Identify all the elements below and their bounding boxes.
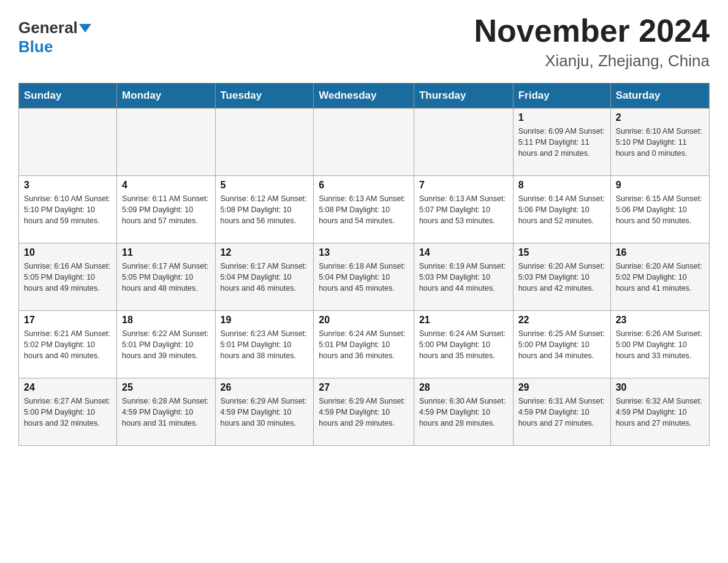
day-number: 14 bbox=[419, 247, 508, 258]
header: General Blue November 2024 Xianju, Zheji… bbox=[18, 12, 710, 71]
day-number: 1 bbox=[518, 112, 605, 123]
calendar-cell: 30Sunrise: 6:32 AM Sunset: 4:59 PM Dayli… bbox=[610, 378, 709, 446]
calendar-cell: 9Sunrise: 6:15 AM Sunset: 5:06 PM Daylig… bbox=[610, 176, 709, 243]
day-number: 6 bbox=[319, 180, 409, 191]
calendar-cell: 18Sunrise: 6:22 AM Sunset: 5:01 PM Dayli… bbox=[117, 311, 215, 378]
calendar-cell: 17Sunrise: 6:21 AM Sunset: 5:02 PM Dayli… bbox=[19, 311, 117, 378]
day-number: 27 bbox=[319, 382, 409, 393]
day-info: Sunrise: 6:14 AM Sunset: 5:06 PM Dayligh… bbox=[518, 193, 605, 226]
day-number: 30 bbox=[616, 382, 704, 393]
logo-blue-text: Blue bbox=[18, 37, 53, 56]
day-info: Sunrise: 6:30 AM Sunset: 4:59 PM Dayligh… bbox=[419, 396, 508, 429]
weekday-header-monday: Monday bbox=[117, 83, 215, 109]
day-number: 26 bbox=[221, 382, 309, 393]
day-number: 7 bbox=[419, 180, 508, 191]
logo-general-text: General bbox=[18, 18, 78, 37]
calendar-cell: 8Sunrise: 6:14 AM Sunset: 5:06 PM Daylig… bbox=[513, 176, 610, 243]
day-info: Sunrise: 6:29 AM Sunset: 4:59 PM Dayligh… bbox=[221, 396, 309, 429]
day-info: Sunrise: 6:13 AM Sunset: 5:08 PM Dayligh… bbox=[319, 193, 409, 226]
calendar-cell: 14Sunrise: 6:19 AM Sunset: 5:03 PM Dayli… bbox=[414, 243, 513, 311]
day-number: 11 bbox=[122, 247, 210, 258]
location-subtitle: Xianju, Zhejiang, China bbox=[474, 52, 710, 71]
calendar-cell: 2Sunrise: 6:10 AM Sunset: 5:10 PM Daylig… bbox=[610, 109, 709, 176]
day-number: 16 bbox=[616, 247, 704, 258]
calendar-cell: 20Sunrise: 6:24 AM Sunset: 5:01 PM Dayli… bbox=[314, 311, 414, 378]
weekday-header-saturday: Saturday bbox=[610, 83, 709, 109]
calendar-cell: 4Sunrise: 6:11 AM Sunset: 5:09 PM Daylig… bbox=[117, 176, 215, 243]
calendar-cell: 29Sunrise: 6:31 AM Sunset: 4:59 PM Dayli… bbox=[513, 378, 610, 446]
day-info: Sunrise: 6:23 AM Sunset: 5:01 PM Dayligh… bbox=[221, 328, 309, 361]
calendar-cell: 26Sunrise: 6:29 AM Sunset: 4:59 PM Dayli… bbox=[215, 378, 314, 446]
day-info: Sunrise: 6:17 AM Sunset: 5:04 PM Dayligh… bbox=[221, 261, 309, 294]
calendar-cell bbox=[215, 109, 314, 176]
day-number: 3 bbox=[24, 180, 112, 191]
calendar-cell: 23Sunrise: 6:26 AM Sunset: 5:00 PM Dayli… bbox=[610, 311, 709, 378]
day-number: 24 bbox=[24, 382, 112, 393]
weekday-header-sunday: Sunday bbox=[19, 83, 117, 109]
day-number: 25 bbox=[122, 382, 210, 393]
weekday-header-tuesday: Tuesday bbox=[215, 83, 314, 109]
month-title: November 2024 bbox=[474, 12, 710, 49]
calendar-cell: 16Sunrise: 6:20 AM Sunset: 5:02 PM Dayli… bbox=[610, 243, 709, 311]
day-number: 5 bbox=[221, 180, 309, 191]
day-info: Sunrise: 6:10 AM Sunset: 5:10 PM Dayligh… bbox=[616, 126, 704, 159]
calendar-cell: 10Sunrise: 6:16 AM Sunset: 5:05 PM Dayli… bbox=[19, 243, 117, 311]
day-number: 15 bbox=[518, 247, 605, 258]
day-info: Sunrise: 6:29 AM Sunset: 4:59 PM Dayligh… bbox=[319, 396, 409, 429]
day-info: Sunrise: 6:12 AM Sunset: 5:08 PM Dayligh… bbox=[221, 193, 309, 226]
day-number: 22 bbox=[518, 315, 605, 326]
title-area: November 2024 Xianju, Zhejiang, China bbox=[474, 12, 710, 71]
day-info: Sunrise: 6:17 AM Sunset: 5:05 PM Dayligh… bbox=[122, 261, 210, 294]
day-info: Sunrise: 6:21 AM Sunset: 5:02 PM Dayligh… bbox=[24, 328, 112, 361]
calendar-cell: 24Sunrise: 6:27 AM Sunset: 5:00 PM Dayli… bbox=[19, 378, 117, 446]
calendar-cell: 1Sunrise: 6:09 AM Sunset: 5:11 PM Daylig… bbox=[513, 109, 610, 176]
calendar-cell: 22Sunrise: 6:25 AM Sunset: 5:00 PM Dayli… bbox=[513, 311, 610, 378]
calendar-cell: 25Sunrise: 6:28 AM Sunset: 4:59 PM Dayli… bbox=[117, 378, 215, 446]
calendar-cell: 5Sunrise: 6:12 AM Sunset: 5:08 PM Daylig… bbox=[215, 176, 314, 243]
calendar-table: SundayMondayTuesdayWednesdayThursdayFrid… bbox=[18, 83, 710, 446]
weekday-header-wednesday: Wednesday bbox=[314, 83, 414, 109]
day-info: Sunrise: 6:28 AM Sunset: 4:59 PM Dayligh… bbox=[122, 396, 210, 429]
calendar-cell bbox=[117, 109, 215, 176]
day-number: 9 bbox=[616, 180, 704, 191]
day-info: Sunrise: 6:15 AM Sunset: 5:06 PM Dayligh… bbox=[616, 193, 704, 226]
day-info: Sunrise: 6:10 AM Sunset: 5:10 PM Dayligh… bbox=[24, 193, 112, 226]
day-info: Sunrise: 6:24 AM Sunset: 5:00 PM Dayligh… bbox=[419, 328, 508, 361]
weekday-header-row: SundayMondayTuesdayWednesdayThursdayFrid… bbox=[19, 83, 710, 109]
day-info: Sunrise: 6:13 AM Sunset: 5:07 PM Dayligh… bbox=[419, 193, 508, 226]
calendar-cell: 7Sunrise: 6:13 AM Sunset: 5:07 PM Daylig… bbox=[414, 176, 513, 243]
day-number: 2 bbox=[616, 112, 704, 123]
day-number: 21 bbox=[419, 315, 508, 326]
day-info: Sunrise: 6:20 AM Sunset: 5:02 PM Dayligh… bbox=[616, 261, 704, 294]
logo: General Blue bbox=[18, 12, 91, 56]
day-info: Sunrise: 6:27 AM Sunset: 5:00 PM Dayligh… bbox=[24, 396, 112, 429]
calendar-cell: 12Sunrise: 6:17 AM Sunset: 5:04 PM Dayli… bbox=[215, 243, 314, 311]
calendar-cell: 21Sunrise: 6:24 AM Sunset: 5:00 PM Dayli… bbox=[414, 311, 513, 378]
weekday-header-thursday: Thursday bbox=[414, 83, 513, 109]
day-info: Sunrise: 6:32 AM Sunset: 4:59 PM Dayligh… bbox=[616, 396, 704, 429]
calendar-cell: 28Sunrise: 6:30 AM Sunset: 4:59 PM Dayli… bbox=[414, 378, 513, 446]
day-number: 19 bbox=[221, 315, 309, 326]
day-number: 23 bbox=[616, 315, 704, 326]
calendar-week-row: 1Sunrise: 6:09 AM Sunset: 5:11 PM Daylig… bbox=[19, 109, 710, 176]
day-number: 4 bbox=[122, 180, 210, 191]
day-info: Sunrise: 6:25 AM Sunset: 5:00 PM Dayligh… bbox=[518, 328, 605, 361]
day-info: Sunrise: 6:18 AM Sunset: 5:04 PM Dayligh… bbox=[319, 261, 409, 294]
calendar-week-row: 10Sunrise: 6:16 AM Sunset: 5:05 PM Dayli… bbox=[19, 243, 710, 311]
logo-triangle-icon bbox=[79, 24, 91, 33]
day-number: 13 bbox=[319, 247, 409, 258]
day-number: 10 bbox=[24, 247, 112, 258]
calendar-cell: 15Sunrise: 6:20 AM Sunset: 5:03 PM Dayli… bbox=[513, 243, 610, 311]
day-info: Sunrise: 6:24 AM Sunset: 5:01 PM Dayligh… bbox=[319, 328, 409, 361]
calendar-week-row: 17Sunrise: 6:21 AM Sunset: 5:02 PM Dayli… bbox=[19, 311, 710, 378]
calendar-cell bbox=[314, 109, 414, 176]
day-number: 8 bbox=[518, 180, 605, 191]
day-info: Sunrise: 6:16 AM Sunset: 5:05 PM Dayligh… bbox=[24, 261, 112, 294]
calendar-cell bbox=[414, 109, 513, 176]
day-number: 17 bbox=[24, 315, 112, 326]
calendar-cell: 3Sunrise: 6:10 AM Sunset: 5:10 PM Daylig… bbox=[19, 176, 117, 243]
day-info: Sunrise: 6:31 AM Sunset: 4:59 PM Dayligh… bbox=[518, 396, 605, 429]
day-info: Sunrise: 6:22 AM Sunset: 5:01 PM Dayligh… bbox=[122, 328, 210, 361]
day-info: Sunrise: 6:11 AM Sunset: 5:09 PM Dayligh… bbox=[122, 193, 210, 226]
day-info: Sunrise: 6:20 AM Sunset: 5:03 PM Dayligh… bbox=[518, 261, 605, 294]
